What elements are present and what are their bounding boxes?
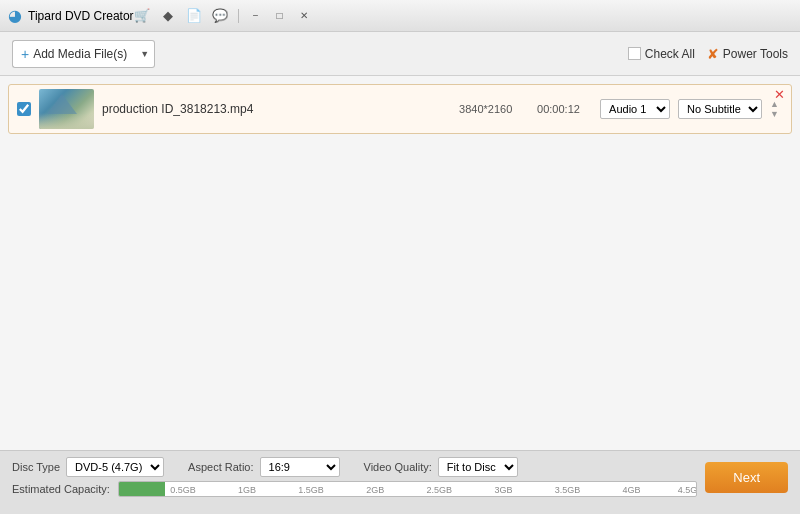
- maximize-button[interactable]: □: [273, 9, 287, 23]
- media-thumbnail: [39, 89, 94, 129]
- tick-2: 2GB: [366, 485, 384, 495]
- bottom-bar: Disc Type DVD-5 (4.7G) DVD-9 (8.5G) Aspe…: [0, 450, 800, 514]
- app-title: Tipard DVD Creator: [28, 9, 134, 23]
- add-media-wrapper: + Add Media File(s) ▼: [12, 40, 155, 68]
- power-tools-label: Power Tools: [723, 47, 788, 61]
- aspect-ratio-group: Aspect Ratio: 16:9 4:3: [188, 457, 339, 477]
- aspect-ratio-label: Aspect Ratio:: [188, 461, 253, 473]
- capacity-ticks: 0.5GB 1GB 1.5GB 2GB 2.5GB 3GB 3.5GB 4GB …: [119, 482, 696, 496]
- estimated-capacity-label: Estimated Capacity:: [12, 483, 110, 495]
- audio-select[interactable]: Audio 1: [600, 99, 670, 119]
- title-bar: ◕ Tipard DVD Creator 🛒 ◆ 📄 💬 − □ ✕: [0, 0, 800, 32]
- next-button[interactable]: Next: [705, 462, 788, 493]
- wrench-icon: ✘: [707, 46, 719, 62]
- bottom-left: Disc Type DVD-5 (4.7G) DVD-9 (8.5G) Aspe…: [12, 457, 697, 497]
- check-all-checkbox[interactable]: [628, 47, 641, 60]
- tick-3: 3GB: [494, 485, 512, 495]
- close-button[interactable]: ✕: [297, 9, 311, 23]
- capacity-bar: 0.5GB 1GB 1.5GB 2GB 2.5GB 3GB 3.5GB 4GB …: [118, 481, 697, 497]
- bottom-settings-row: Disc Type DVD-5 (4.7G) DVD-9 (8.5G) Aspe…: [12, 457, 697, 477]
- tick-0.5: 0.5GB: [170, 485, 196, 495]
- media-row-arrows: ▲ ▼: [770, 100, 779, 119]
- dropdown-arrow-icon: ▼: [140, 49, 149, 59]
- title-controls: 🛒 ◆ 📄 💬 − □ ✕: [134, 8, 311, 24]
- chat-icon[interactable]: 💬: [212, 8, 228, 24]
- media-row-checkbox[interactable]: [17, 102, 31, 116]
- disc-type-label: Disc Type: [12, 461, 60, 473]
- video-quality-select[interactable]: Fit to Disc High Medium: [438, 457, 518, 477]
- file-list-area: production ID_3818213.mp4 3840*2160 00:0…: [0, 76, 800, 450]
- app-logo: ◕: [8, 6, 22, 25]
- cart-icon[interactable]: 🛒: [134, 8, 150, 24]
- media-filename: production ID_3818213.mp4: [102, 102, 451, 116]
- check-all-label: Check All: [645, 47, 695, 61]
- bottom-content: Disc Type DVD-5 (4.7G) DVD-9 (8.5G) Aspe…: [12, 457, 788, 497]
- toolbar: + Add Media File(s) ▼ Check All ✘ Power …: [0, 32, 800, 76]
- video-quality-group: Video Quality: Fit to Disc High Medium: [364, 457, 518, 477]
- disc-type-select[interactable]: DVD-5 (4.7G) DVD-9 (8.5G): [66, 457, 164, 477]
- power-tools-button[interactable]: ✘ Power Tools: [707, 46, 788, 62]
- subtitle-select[interactable]: No Subtitle: [678, 99, 762, 119]
- tick-2.5: 2.5GB: [427, 485, 453, 495]
- tick-1: 1GB: [238, 485, 256, 495]
- check-all-wrapper[interactable]: Check All: [628, 47, 695, 61]
- tick-4.5: 4.5GB: [678, 485, 698, 495]
- tick-3.5: 3.5GB: [555, 485, 581, 495]
- add-media-dropdown[interactable]: ▼: [135, 40, 155, 68]
- capacity-row: Estimated Capacity: 0.5GB 1GB 1.5GB 2GB …: [12, 481, 697, 497]
- aspect-ratio-select[interactable]: 16:9 4:3: [260, 457, 340, 477]
- minimize-button[interactable]: −: [249, 9, 263, 23]
- plus-icon: +: [21, 46, 29, 62]
- tick-1.5: 1.5GB: [298, 485, 324, 495]
- document-icon[interactable]: 📄: [186, 8, 202, 24]
- toolbar-right: Check All ✘ Power Tools: [628, 46, 788, 62]
- video-quality-label: Video Quality:: [364, 461, 432, 473]
- arrow-down-icon[interactable]: ▼: [770, 110, 779, 119]
- tick-4: 4GB: [623, 485, 641, 495]
- disc-type-group: Disc Type DVD-5 (4.7G) DVD-9 (8.5G): [12, 457, 164, 477]
- main-content: + Add Media File(s) ▼ Check All ✘ Power …: [0, 32, 800, 450]
- add-media-label: Add Media File(s): [33, 47, 127, 61]
- media-duration: 00:00:12: [537, 103, 592, 115]
- add-media-button[interactable]: + Add Media File(s): [12, 40, 135, 68]
- key-icon[interactable]: ◆: [160, 8, 176, 24]
- media-row: production ID_3818213.mp4 3840*2160 00:0…: [8, 84, 792, 134]
- media-resolution: 3840*2160: [459, 103, 529, 115]
- media-row-close-icon[interactable]: ✕: [774, 87, 785, 102]
